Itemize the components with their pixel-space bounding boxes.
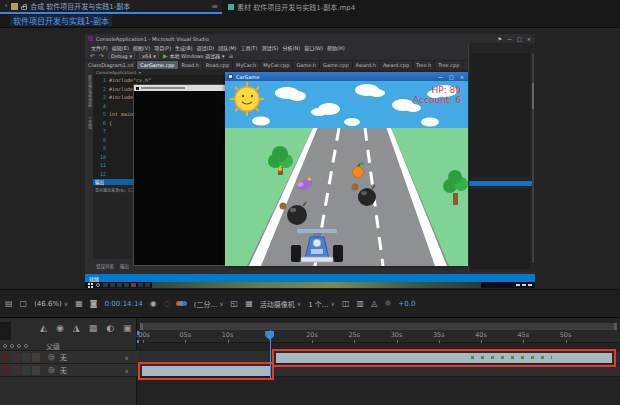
- tab-footage[interactable]: 素材 软件项目开发与实践1-副本.mp4: [228, 0, 355, 14]
- magnification-select[interactable]: (46.6%)∨: [34, 300, 68, 308]
- cargame-app-icon: [228, 74, 233, 79]
- shy-layers-icon[interactable]: ◮: [73, 324, 80, 333]
- video-frame: ConsoleApplication1 - Microsoft Visual S…: [85, 34, 535, 288]
- time-ruler[interactable]: :00s05s10s20s25s30s35s40s45s50s: [137, 330, 620, 343]
- resolution-select[interactable]: (二分...∨: [194, 299, 224, 309]
- vs-menu-item: 分析(N): [282, 44, 300, 51]
- timeline-layer-row[interactable]: @ 无 ∨: [0, 351, 137, 364]
- current-time-display[interactable]: 0:00:14:14: [105, 300, 143, 308]
- system-tray: [481, 282, 535, 288]
- layer-switch-chip[interactable]: [32, 366, 40, 375]
- taskbar-app-icon: [124, 283, 129, 287]
- vs-file-tab: Award.h: [353, 61, 380, 69]
- parent-value[interactable]: 无: [60, 352, 67, 362]
- mask-visibility-icon[interactable]: ◙: [90, 300, 98, 308]
- tab-composition[interactable]: • 合成 软件项目开发与实践1-副本 ≡: [0, 0, 222, 14]
- minimize-icon: —: [507, 36, 512, 42]
- frame-blend-icon[interactable]: ▦: [89, 324, 98, 333]
- layer-switch-chip[interactable]: [22, 366, 30, 375]
- taskbar-app-icon: [103, 283, 108, 287]
- vs-right-panels: [468, 43, 535, 272]
- navigate-forward-icon: ↷: [99, 53, 104, 59]
- vs-menu-item: 项目(P): [154, 44, 171, 51]
- parent-pickwhip-icon[interactable]: @: [48, 366, 55, 374]
- mini-flowchart-icon[interactable]: ▤: [5, 300, 13, 308]
- ruler-tick: 50s: [556, 331, 576, 339]
- graph-editor-icon[interactable]: ▣: [123, 324, 132, 333]
- vs-file-tab: ClassDiagram1.cd: [85, 61, 137, 69]
- timeline-button-icon[interactable]: ◬: [371, 300, 377, 308]
- parent-dropdown-icon[interactable]: ∨: [125, 354, 129, 361]
- composition-flowchart-icon[interactable]: ◭: [40, 324, 47, 333]
- hud-account: Account: 6: [413, 95, 461, 105]
- vs-file-tab: MyCar.cpp: [260, 61, 293, 69]
- properties-panel: [471, 189, 530, 269]
- snapshot-camera-icon[interactable]: ◉: [150, 300, 157, 308]
- composition-name[interactable]: 软件项目开发与实践1-副本: [10, 15, 112, 26]
- work-area-bar[interactable]: [140, 323, 617, 330]
- lock-icon[interactable]: [21, 6, 27, 10]
- panel-tab-bar: • 合成 软件项目开发与实践1-副本 ≡ 素材 软件项目开发与实践1-副本.mp…: [0, 0, 620, 14]
- layer-switch-chip[interactable]: [12, 353, 20, 362]
- draft-3d-icon[interactable]: ◉: [56, 324, 64, 333]
- vs-file-tab: Tree.cpp: [435, 61, 463, 69]
- vs-file-tab: Road.h: [179, 61, 203, 69]
- layer-switch-chip[interactable]: [12, 366, 20, 375]
- vs-menu-item: 测试(S): [261, 44, 278, 51]
- vs-menu-item: 工具(T): [240, 44, 257, 51]
- layer-switch-chip[interactable]: [22, 353, 30, 362]
- parent-pickwhip-icon[interactable]: @: [48, 353, 55, 361]
- vs-menu-item: 视图(V): [133, 44, 150, 51]
- vs-file-tab: CarGame.cpp: [137, 61, 178, 69]
- ruler-tick: 25s: [344, 331, 364, 339]
- vs-run-button: ▶ 本地 Windows 调试器 ▾: [163, 52, 225, 59]
- vs-window-title: ConsoleApplication1 - Microsoft Visual S…: [96, 36, 209, 42]
- close-icon: ×: [527, 36, 531, 42]
- layer-switch-chip[interactable]: [2, 353, 10, 362]
- hud-hp: HP: 80: [431, 85, 461, 95]
- view-layout-select[interactable]: 1 个...∨: [308, 299, 335, 309]
- toolbar-extra-icon: ≡: [229, 53, 234, 59]
- region-of-interest-icon[interactable]: ◱: [231, 300, 239, 308]
- comp-start-marker: [137, 331, 139, 335]
- layer-switch-chip[interactable]: [32, 353, 40, 362]
- show-snapshot-icon[interactable]: ◌: [164, 300, 171, 308]
- parent-value[interactable]: 无: [60, 365, 67, 375]
- cargame-title-bar: CarGame — □ ×: [225, 72, 468, 81]
- reset-exposure-icon[interactable]: ☼: [384, 300, 391, 308]
- timeline-layer-row[interactable]: @ 无 ∨: [0, 364, 137, 377]
- composition-viewer[interactable]: ConsoleApplication1 - Microsoft Visual S…: [0, 27, 620, 289]
- console-icon: [136, 87, 139, 90]
- vs-title-bar: ConsoleApplication1 - Microsoft Visual S…: [85, 34, 535, 43]
- grid-guides-icon[interactable]: ▦: [75, 300, 83, 308]
- show-channels-icon[interactable]: [178, 301, 187, 306]
- exposure-value[interactable]: +0.0: [398, 300, 415, 308]
- ruler-tick: :00s: [133, 331, 153, 339]
- layer-switch-chip[interactable]: [2, 366, 10, 375]
- comp-start-marker: [137, 340, 139, 343]
- start-button-icon: [88, 283, 93, 288]
- console-title-text: [141, 87, 185, 89]
- navigate-back-icon: ↶: [90, 53, 95, 59]
- panel-scrollbar-thumb: [532, 83, 534, 109]
- view-camera-select[interactable]: 活动摄像机∨: [260, 299, 301, 309]
- panel-menu-icon[interactable]: ≡: [211, 2, 218, 11]
- preview-monitor-icon[interactable]: ▢: [20, 300, 28, 308]
- timeline-toggle-bar: ◭ ◉ ◮ ▦ ◐ ▣: [40, 324, 132, 333]
- taskbar-app-icon: [138, 283, 143, 287]
- vs-menu-item: 窗口(W): [304, 44, 323, 51]
- vs-file-tab: MyCar.h: [233, 61, 260, 69]
- taskbar-app-icon: [110, 283, 115, 287]
- vs-file-tab: Award.cpp: [380, 61, 413, 69]
- motion-blur-icon[interactable]: ◐: [106, 324, 114, 333]
- transparency-grid-icon[interactable]: ▦: [245, 300, 253, 308]
- vs-menu-item: 调试(D): [196, 44, 214, 51]
- console-window: [133, 84, 227, 266]
- vs-status-text: 就绪: [85, 275, 99, 282]
- fast-preview-icon[interactable]: ▥: [356, 300, 364, 308]
- ruler-tick: 40s: [471, 331, 491, 339]
- vs-side-tab: 工具箱: [86, 117, 92, 129]
- viewer-control-bar: ▤ ▢ (46.6%)∨ ▦ ◙ 0:00:14:14 ◉ ◌ (二分...∨ …: [0, 289, 620, 317]
- pixel-aspect-icon[interactable]: ◫: [342, 300, 350, 308]
- parent-dropdown-icon[interactable]: ∨: [125, 367, 129, 374]
